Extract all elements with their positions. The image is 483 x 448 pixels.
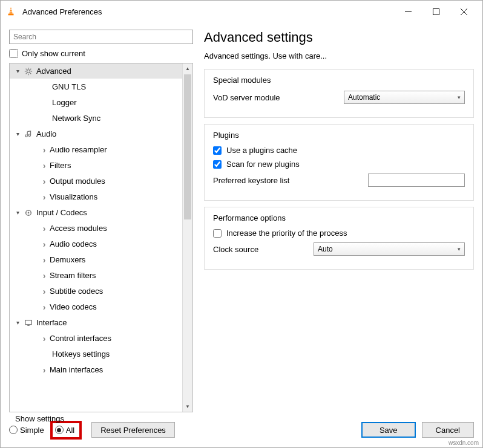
tree-item-label: Video codecs: [50, 302, 97, 311]
group-title: Plugins: [213, 131, 465, 140]
tree-item-label: Control interfaces: [50, 334, 111, 343]
tree-item-label: Network Sync: [52, 114, 100, 123]
tree-item-label: Audio resampler: [50, 145, 107, 154]
chevron-right-icon: [40, 192, 48, 202]
keystore-label: Preferred keystore list: [213, 176, 368, 185]
tree-item-label: Advanced: [36, 67, 71, 76]
tree-item-label: Audio codecs: [50, 239, 97, 248]
svg-rect-23: [25, 320, 32, 324]
chevron-down-icon: [13, 131, 22, 137]
tree-item-visualizations[interactable]: Visualizations: [10, 189, 192, 205]
svg-line-14: [30, 73, 31, 74]
cancel-button[interactable]: Cancel: [422, 422, 474, 438]
close-button[interactable]: [450, 2, 478, 21]
tree-item-label: Interface: [36, 318, 67, 327]
all-radio[interactable]: All: [55, 426, 74, 435]
chevron-down-icon: [13, 209, 22, 216]
watermark: wsxdn.com: [448, 440, 479, 446]
chevron-down-icon: [13, 68, 22, 74]
chevron-right-icon: [40, 302, 48, 312]
audio-icon: [23, 129, 34, 139]
tree-item-label: Input / Codecs: [36, 208, 87, 217]
tree-item-label: Hotkeys settings: [52, 349, 110, 359]
title-bar: Advanced Preferences: [1, 1, 482, 22]
all-radio-highlight: All: [50, 421, 82, 440]
vod-server-combo[interactable]: Automatic: [344, 91, 465, 104]
tree-item-access-modules[interactable]: Access modules: [10, 221, 192, 236]
chevron-right-icon: [40, 287, 48, 296]
minimize-button[interactable]: [394, 2, 422, 21]
tree-item-output-modules[interactable]: Output modules: [10, 174, 192, 189]
chevron-right-icon: [40, 177, 48, 186]
page-subtitle: Advanced settings. Use with care...: [204, 51, 474, 60]
performance-group: Performance options Increase the priorit…: [204, 207, 474, 270]
chevron-right-icon: [40, 224, 48, 233]
tree-item-label: Logger: [52, 98, 76, 107]
only-show-current-checkbox[interactable]: Only show current: [9, 49, 193, 58]
maximize-button[interactable]: [422, 2, 450, 21]
svg-line-15: [26, 73, 27, 74]
keystore-input[interactable]: [368, 174, 465, 187]
tree-item-label: GNU TLS: [52, 82, 86, 91]
tree-item-hotkeys-settings[interactable]: Hotkeys settings: [10, 346, 192, 362]
tree-item-stream-filters[interactable]: Stream filters: [10, 268, 192, 284]
tree-item-input-codecs[interactable]: Input / Codecs: [10, 205, 192, 221]
tree-item-label: Audio: [36, 129, 56, 138]
tree-item-audio-resampler[interactable]: Audio resampler: [10, 142, 192, 158]
tree-item-video-codecs[interactable]: Video codecs: [10, 299, 192, 315]
tree-item-label: Output modules: [50, 177, 105, 186]
chevron-right-icon: [40, 271, 48, 281]
clock-label: Clock source: [213, 245, 314, 254]
vod-label: VoD server module: [213, 93, 344, 102]
tree-item-interface[interactable]: Interface: [10, 315, 192, 331]
scroll-thumb[interactable]: [184, 74, 191, 219]
tree-item-advanced[interactable]: Advanced: [10, 63, 192, 79]
chevron-right-icon: [40, 145, 48, 155]
plugins-cache-checkbox[interactable]: Use a plugins cache: [213, 146, 465, 155]
gear-icon: [23, 67, 34, 76]
tree-item-main-interfaces[interactable]: Main interfaces: [10, 362, 192, 378]
tree-item-demuxers[interactable]: Demuxers: [10, 252, 192, 268]
svg-rect-5: [433, 8, 439, 15]
simple-radio[interactable]: Simple: [9, 426, 44, 435]
content-area: Only show current AdvancedGNU TLSLoggerN…: [1, 22, 482, 412]
tree-item-label: Demuxers: [50, 255, 85, 264]
chevron-right-icon: [40, 239, 48, 249]
settings-tree: AdvancedGNU TLSLoggerNetwork SyncAudioAu…: [9, 63, 193, 412]
tree-item-control-interfaces[interactable]: Control interfaces: [10, 331, 192, 346]
tree-item-gnu-tls[interactable]: GNU TLS: [10, 79, 192, 95]
special-modules-group: Special modules VoD server module Automa…: [204, 69, 474, 118]
window-title: Advanced Preferences: [22, 7, 394, 16]
search-input[interactable]: [9, 30, 193, 44]
tree-item-logger[interactable]: Logger: [10, 95, 192, 111]
tree-item-audio-codecs[interactable]: Audio codecs: [10, 236, 192, 252]
main-panel: Advanced settings Advanced settings. Use…: [204, 30, 474, 412]
tree-item-label: Subtitle codecs: [50, 287, 103, 296]
scroll-up-arrow[interactable]: ▲: [183, 63, 192, 74]
svg-point-18: [28, 212, 30, 213]
interface-icon: [23, 318, 34, 328]
tree-item-network-sync[interactable]: Network Sync: [10, 111, 192, 126]
tree-item-label: Visualizations: [50, 192, 97, 201]
sidebar: Only show current AdvancedGNU TLSLoggerN…: [9, 30, 193, 412]
tree-scrollbar[interactable]: ▲ ▼: [182, 63, 192, 412]
tree-item-label: Access modules: [50, 224, 107, 233]
svg-point-8: [27, 70, 30, 73]
svg-rect-1: [10, 9, 12, 10]
tree-item-audio[interactable]: Audio: [10, 126, 192, 142]
tree-item-subtitle-codecs[interactable]: Subtitle codecs: [10, 284, 192, 299]
chevron-down-icon: [13, 319, 22, 326]
svg-line-16: [30, 68, 31, 69]
save-button[interactable]: Save: [361, 422, 416, 438]
svg-marker-0: [9, 7, 12, 14]
chevron-right-icon: [40, 161, 48, 170]
reset-preferences-button[interactable]: Reset Preferences: [91, 422, 175, 438]
clock-source-combo[interactable]: Auto: [314, 242, 465, 256]
group-title: Performance options: [213, 213, 465, 222]
plugins-group: Plugins Use a plugins cache Scan for new…: [204, 124, 474, 201]
priority-checkbox[interactable]: Increase the priority of the process: [213, 229, 465, 238]
tree-item-label: Filters: [50, 161, 71, 170]
scroll-down-arrow[interactable]: ▼: [183, 401, 192, 412]
tree-item-filters[interactable]: Filters: [10, 158, 192, 174]
plugins-scan-checkbox[interactable]: Scan for new plugins: [213, 160, 465, 169]
